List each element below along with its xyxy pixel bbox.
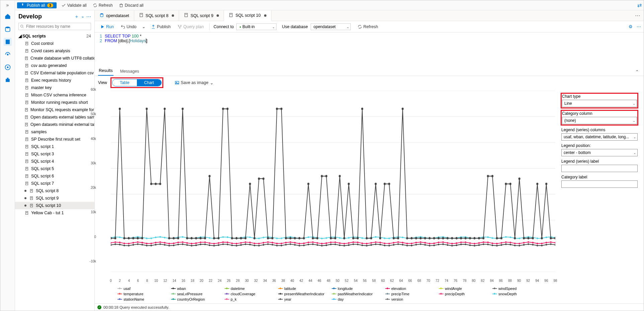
svg-point-481 [474,237,476,239]
svg-point-282 [478,242,480,244]
tree-item[interactable]: Mison CSV schema inference [15,91,94,99]
tree-item[interactable]: Cost control [15,40,94,47]
publish-button[interactable]: Publish [148,23,173,30]
chart-type-select[interactable]: Line⌄ [562,100,637,107]
tree-item[interactable]: SQL script 10 [15,202,94,209]
sql-file-icon [24,78,29,83]
sidebar-title: Develop [18,13,72,20]
undo-button[interactable]: Undo [118,23,139,30]
refresh-query-button[interactable]: Refresh [355,23,381,30]
tree-item[interactable]: Create database with UTF8 collation [15,55,94,62]
sql-editor[interactable]: 12 SELECT TOP 100 *FROM [dbo].[Holidays] [95,32,644,66]
editor-tab[interactable]: SQL script 10 [224,10,271,21]
legend-label: wban [177,287,186,291]
sql-file-icon [24,174,29,178]
x-tick-label: 88 [508,279,512,283]
data-icon[interactable] [4,25,12,33]
table-toggle[interactable]: Table [112,79,137,86]
tree-item[interactable]: SQL script 1 [15,143,94,150]
legend-position-select[interactable]: center - bottom⌄ [561,149,638,156]
collapse-results-icon[interactable]: ⌃ [634,68,640,76]
filter-input[interactable] [18,23,91,30]
develop-icon[interactable] [4,38,12,46]
develop-sidebar: Develop ＋ « ⋯ ◢ SQL scripts 24 Cost cont… [15,10,95,311]
sql-scripts-group[interactable]: ◢ SQL scripts 24 [15,32,94,40]
svg-point-478 [460,237,462,239]
svg-point-493 [527,237,529,239]
refresh-top-button[interactable]: Refresh [91,2,114,8]
undo-chevron-icon[interactable]: ⌄ [141,23,147,30]
integrate-icon[interactable] [4,51,12,59]
svg-point-329 [240,244,242,246]
tree-item[interactable]: Exec requests history [15,77,94,84]
tree-item[interactable]: SQL script 4 [15,158,94,165]
results-tab[interactable]: Results [98,66,113,76]
tree-item[interactable]: SQL script 6 [15,172,94,180]
connect-to-select[interactable]: Built-in⌄ [236,23,276,30]
tabs-more-icon[interactable]: ⋯ [632,10,644,21]
toolbar-more-icon[interactable]: ⋯ [637,24,641,29]
tree-item[interactable]: csv auto generated [15,62,94,69]
svg-point-473 [437,237,439,239]
discard-all-button[interactable]: Discard all [117,2,145,8]
legend-label-label: Legend (series) label [561,159,638,164]
tree-item[interactable]: CSV External table population csv [15,69,94,77]
editor-tab[interactable]: SQL script 8 [134,10,179,21]
manage-icon[interactable] [4,76,12,84]
tree-item[interactable]: SQL script 9 [15,195,94,202]
monitor-icon[interactable] [4,63,12,71]
save-as-image-button[interactable]: Save as image ⌄ [172,79,216,86]
home-icon[interactable] [4,12,12,20]
tree-item[interactable]: Covid cases analysis [15,47,94,55]
svg-point-218 [191,243,192,244]
svg-point-354 [352,243,354,245]
sidebar-more-icon[interactable]: ⋯ [86,14,91,19]
add-resource-icon[interactable]: ＋ [74,14,79,20]
tree-item[interactable]: Open datasets external tables sample [15,113,94,121]
validate-all-button[interactable]: Validate all [60,2,88,8]
tab-label: SQL script 8 [146,13,168,18]
svg-point-468 [415,237,417,239]
category-label-input[interactable] [561,180,638,188]
svg-point-419 [195,237,197,239]
legend-swatch [117,294,122,294]
tree-item[interactable]: Monitor SQL requests example for r... [15,106,94,113]
top-settings-icon[interactable]: ⇄ [637,2,642,8]
tree-item[interactable]: master key [15,84,94,91]
svg-point-137 [276,237,277,239]
tree-item[interactable]: Monitor running requests short [15,99,94,106]
legend-swatch [171,288,176,289]
category-column-select[interactable]: (none)⌄ [562,117,637,124]
svg-point-261 [384,242,385,244]
tree-item[interactable]: Open datasets minimal external tabl... [15,121,94,128]
svg-point-395 [537,245,538,246]
run-button[interactable]: Run [97,23,116,30]
editor-tab[interactable]: opendataset [95,10,134,21]
sql-file-icon [24,211,29,215]
toolbar-settings-icon[interactable]: ⚙ [629,24,633,29]
tree-item[interactable]: SQL script 3 [15,150,94,158]
collapse-tree-icon[interactable]: « [82,15,84,19]
messages-tab[interactable]: Messages [119,67,140,76]
svg-point-203 [124,242,125,244]
publish-all-button[interactable]: Publish all 3 [17,2,57,8]
legend-columns-select[interactable]: usaf, wban, datetime, latitude, long...⌄ [561,133,638,141]
svg-point-369 [420,243,421,245]
tree-item[interactable]: Yellow Cab - tut 1 [15,209,94,217]
svg-point-289 [510,242,511,243]
tree-item[interactable]: samples [15,128,94,136]
tree-item[interactable]: SQL script 5 [15,165,94,172]
editor-tab[interactable]: SQL script 9 [179,10,224,21]
svg-point-240 [290,241,291,243]
tree-item[interactable]: SP Describe first result set [15,136,94,143]
expand-rail-icon[interactable]: » [6,2,9,8]
sql-file-icon [24,49,29,53]
tree-item[interactable]: SQL script 7 [15,180,94,187]
chart-toggle[interactable]: Chart [137,79,161,86]
svg-point-231 [249,242,251,243]
use-db-select[interactable]: opendataset⌄ [311,23,351,30]
legend-label-input[interactable] [561,165,638,172]
svg-point-151 [339,237,340,239]
legend-swatch [385,299,390,300]
tree-item[interactable]: SQL script 8 [15,187,94,195]
